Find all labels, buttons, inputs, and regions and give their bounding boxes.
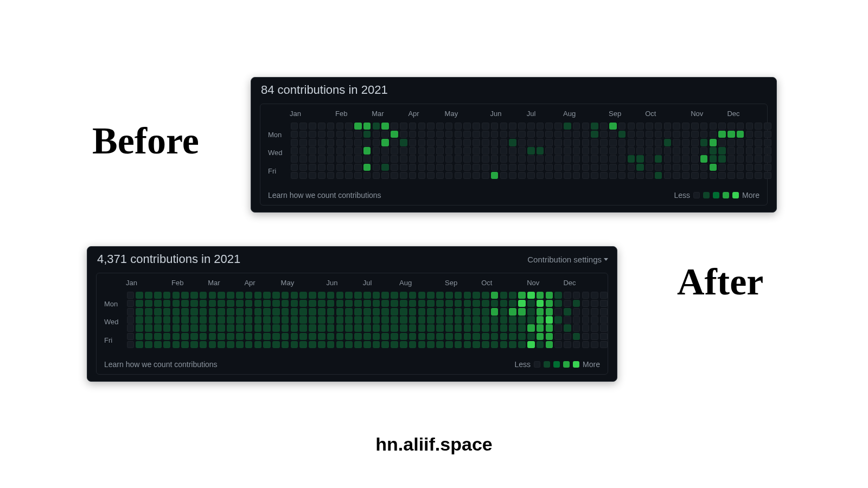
contribution-cell[interactable] [455,316,462,324]
contribution-cell[interactable] [537,155,544,163]
contribution-cell[interactable] [309,341,316,349]
contribution-cell[interactable] [373,324,380,332]
contribution-cell[interactable] [445,300,453,307]
contribution-cell[interactable] [609,147,617,155]
contribution-cell[interactable] [218,292,225,299]
contribution-cell[interactable] [291,333,298,341]
contribution-cell[interactable] [573,155,580,163]
contribution-cell[interactable] [391,300,398,307]
contribution-cell[interactable] [737,155,744,163]
contribution-cell[interactable] [445,324,453,332]
contribution-cell[interactable] [582,155,590,163]
contribution-cell[interactable] [345,316,353,324]
contribution-cell[interactable] [573,147,580,155]
contribution-cell[interactable] [427,139,435,146]
contribution-cell[interactable] [291,341,298,349]
contribution-cell[interactable] [482,316,489,324]
contribution-cell[interactable] [363,164,371,171]
contribution-cell[interactable] [455,147,462,155]
contribution-cell[interactable] [391,341,398,349]
contribution-cell[interactable] [573,131,580,138]
contribution-cell[interactable] [200,333,207,341]
contribution-cell[interactable] [527,155,535,163]
contribution-cell[interactable] [381,308,389,316]
contribution-cell[interactable] [254,333,262,341]
contribution-cell[interactable] [391,139,398,146]
contribution-cell[interactable] [309,155,316,163]
contribution-cell[interactable] [327,300,335,307]
contribution-cell[interactable] [209,292,216,299]
contribution-cell[interactable] [354,172,362,179]
contribution-cell[interactable] [682,123,690,130]
contribution-cell[interactable] [173,341,180,349]
contribution-cell[interactable] [391,123,398,130]
contribution-cell[interactable] [173,316,180,324]
contribution-cell[interactable] [373,123,380,130]
contribution-cell[interactable] [336,300,344,307]
contribution-cell[interactable] [491,324,499,332]
contribution-cell[interactable] [646,155,653,163]
contribution-cell[interactable] [427,131,435,138]
contribution-cell[interactable] [354,324,362,332]
contribution-cell[interactable] [546,292,553,299]
contribution-cell[interactable] [254,300,262,307]
contribution-cell[interactable] [436,333,444,341]
contribution-cell[interactable] [564,292,571,299]
contribution-cell[interactable] [673,131,680,138]
contribution-cell[interactable] [482,123,489,130]
contribution-cell[interactable] [500,300,508,307]
contribution-cell[interactable] [464,308,471,316]
contribution-cell[interactable] [154,316,162,324]
contribution-cell[interactable] [473,131,480,138]
contribution-cell[interactable] [591,324,598,332]
contribution-cell[interactable] [545,155,553,163]
contribution-cell[interactable] [427,123,435,130]
contribution-cell[interactable] [573,308,580,316]
contribution-cell[interactable] [445,123,453,130]
contribution-cell[interactable] [291,300,298,307]
contribution-cell[interactable] [746,155,754,163]
contribution-cell[interactable] [309,131,316,138]
learn-link[interactable]: Learn how we count contributions [268,191,381,200]
contribution-cell[interactable] [436,172,444,179]
contribution-cell[interactable] [291,324,298,332]
contribution-cell[interactable] [209,308,216,316]
contribution-cell[interactable] [409,333,417,341]
contribution-cell[interactable] [254,292,262,299]
contribution-cell[interactable] [518,300,526,307]
contribution-cell[interactable] [218,300,225,307]
contribution-cell[interactable] [236,308,244,316]
contribution-cell[interactable] [409,131,417,138]
contribution-cell[interactable] [136,300,143,307]
contribution-cell[interactable] [409,308,417,316]
contribution-cell[interactable] [591,341,598,349]
contribution-cell[interactable] [227,341,234,349]
contribution-cell[interactable] [537,131,544,138]
contribution-cell[interactable] [400,316,407,324]
contribution-cell[interactable] [200,324,207,332]
contribution-cell[interactable] [291,164,298,171]
contribution-cell[interactable] [464,324,471,332]
contribution-cell[interactable] [336,164,344,171]
contribution-cell[interactable] [291,147,298,155]
contribution-cell[interactable] [291,123,298,130]
contribution-cell[interactable] [527,324,535,332]
contribution-cell[interactable] [190,324,198,332]
contribution-cell[interactable] [381,292,389,299]
contribution-cell[interactable] [718,172,726,179]
contribution-cell[interactable] [154,308,162,316]
contribution-cell[interactable] [700,164,708,171]
contribution-cell[interactable] [318,123,326,130]
contribution-cell[interactable] [491,131,499,138]
contribution-cell[interactable] [327,324,335,332]
contribution-cell[interactable] [282,308,289,316]
contribution-cell[interactable] [299,155,307,163]
contribution-cell[interactable] [718,164,726,171]
contribution-cell[interactable] [646,139,653,146]
contribution-cell[interactable] [700,147,708,155]
contribution-cell[interactable] [764,164,771,171]
contribution-cell[interactable] [409,164,417,171]
contribution-cell[interactable] [554,324,562,332]
contribution-cell[interactable] [554,131,562,138]
contribution-cell[interactable] [127,341,135,349]
